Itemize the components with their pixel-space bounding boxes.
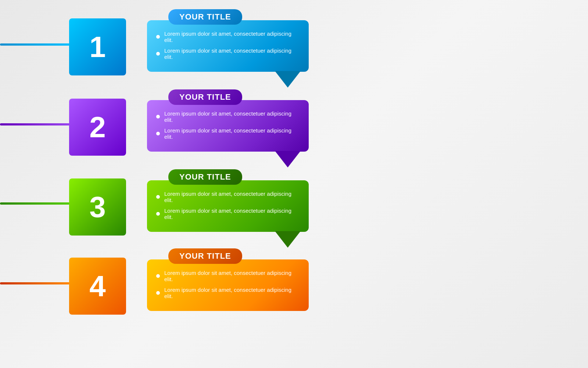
bullet-2-1: Lorem ipsum dolor sit amet, consectetuer… bbox=[156, 110, 300, 123]
number-box-1: 1 bbox=[69, 18, 126, 75]
content-box-1: Lorem ipsum dolor sit amet, consectetuer… bbox=[147, 20, 309, 72]
number-3: 3 bbox=[89, 190, 106, 224]
connector-4 bbox=[0, 282, 70, 284]
connector-2 bbox=[0, 123, 70, 125]
title-text-1: YOUR TITLE bbox=[179, 12, 231, 21]
bullet-1-1: Lorem ipsum dolor sit amet, consectetuer… bbox=[156, 31, 300, 43]
bullet-list-3: Lorem ipsum dolor sit amet, consectetuer… bbox=[156, 191, 300, 220]
bullet-list-1: Lorem ipsum dolor sit amet, consectetuer… bbox=[156, 31, 300, 60]
content-box-2: Lorem ipsum dolor sit amet, consectetuer… bbox=[147, 100, 309, 152]
bullet-2-2: Lorem ipsum dolor sit amet, consectetuer… bbox=[156, 127, 300, 140]
number-4: 4 bbox=[89, 269, 106, 303]
title-badge-2: YOUR TITLE bbox=[168, 89, 242, 105]
bullet-list-4: Lorem ipsum dolor sit amet, consectetuer… bbox=[156, 270, 300, 299]
number-box-2: 2 bbox=[69, 99, 126, 156]
bullet-1-2: Lorem ipsum dolor sit amet, consectetuer… bbox=[156, 47, 300, 60]
arrow-3 bbox=[275, 231, 301, 248]
bullet-list-2: Lorem ipsum dolor sit amet, consectetuer… bbox=[156, 110, 300, 140]
connector-3 bbox=[0, 202, 70, 205]
connector-1 bbox=[0, 43, 70, 46]
content-box-3: Lorem ipsum dolor sit amet, consectetuer… bbox=[147, 180, 309, 232]
infographic-background: 1 YOUR TITLE Lorem ipsum dolor sit amet,… bbox=[0, 0, 588, 368]
number-2: 2 bbox=[89, 110, 106, 144]
title-badge-1: YOUR TITLE bbox=[168, 9, 242, 25]
bullet-4-2: Lorem ipsum dolor sit amet, consectetuer… bbox=[156, 287, 300, 299]
title-badge-4: YOUR TITLE bbox=[168, 248, 242, 264]
bullet-3-1: Lorem ipsum dolor sit amet, consectetuer… bbox=[156, 191, 300, 203]
number-box-3: 3 bbox=[69, 178, 126, 236]
title-badge-3: YOUR TITLE bbox=[168, 169, 242, 185]
bullet-4-1: Lorem ipsum dolor sit amet, consectetuer… bbox=[156, 270, 300, 282]
title-text-3: YOUR TITLE bbox=[179, 172, 231, 181]
content-box-4: Lorem ipsum dolor sit amet, consectetuer… bbox=[147, 259, 309, 311]
bullet-3-2: Lorem ipsum dolor sit amet, consectetuer… bbox=[156, 208, 300, 220]
number-1: 1 bbox=[89, 30, 106, 64]
arrow-2 bbox=[275, 151, 301, 167]
title-text-2: YOUR TITLE bbox=[179, 92, 231, 102]
title-text-4: YOUR TITLE bbox=[179, 251, 231, 261]
number-box-4: 4 bbox=[69, 258, 126, 315]
arrow-1 bbox=[275, 71, 301, 88]
